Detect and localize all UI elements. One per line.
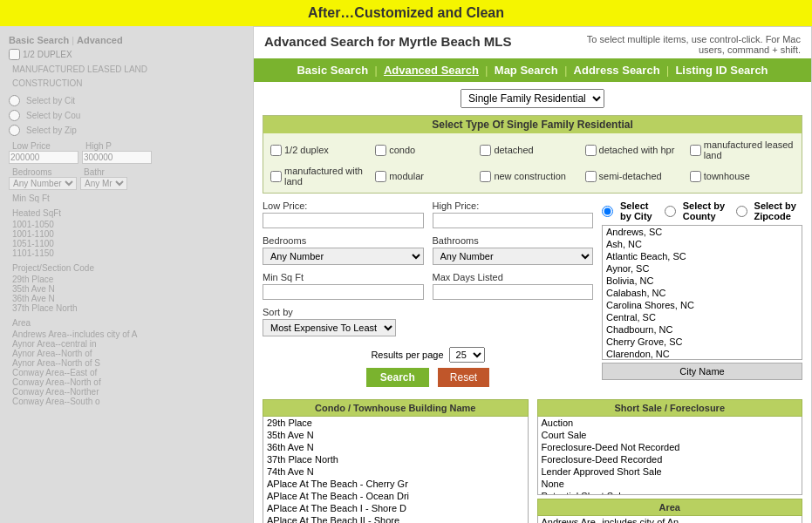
condo-list: 29th Place 35th Ave N 36th Ave N 37th Pl…	[263, 417, 529, 523]
city-name-button[interactable]: City Name	[602, 363, 802, 380]
short-sale-item[interactable]: Foreclosure-Deed Not Recorded	[538, 441, 802, 453]
lp-high-price[interactable]	[82, 151, 152, 164]
page-hint: To select multiple items, use control-cl…	[574, 34, 801, 55]
area-item[interactable]: Andrews Are--includes city of An	[538, 516, 802, 523]
lp-basic-search: Basic Search	[9, 35, 69, 45]
lp-radio-zip[interactable]	[9, 125, 20, 136]
max-days-field: Max Days Listed	[433, 272, 594, 300]
radio-city[interactable]	[602, 206, 613, 217]
page-title: Advanced Search for Myrtle Beach MLS	[264, 34, 511, 49]
action-buttons: Search Reset	[263, 368, 593, 387]
tab-address-search[interactable]: Address Search	[574, 64, 660, 77]
short-sale-item[interactable]: None	[538, 478, 802, 490]
sort-row: Sort by Most Expensive To Least	[263, 307, 593, 336]
banner: After…Customized and Clean	[0, 0, 812, 26]
short-sale-item[interactable]: Potential Short Sale	[538, 490, 802, 495]
results-select[interactable]: 25	[449, 347, 485, 363]
condo-list-header: Condo / Townhouse Building Name	[263, 399, 529, 417]
right-panel: Advanced Search for Myrtle Beach MLS To …	[253, 26, 812, 523]
location-radio-row: Select by City Select by County Select b…	[602, 200, 802, 221]
condo-item[interactable]: 74th Ave N	[263, 465, 528, 478]
lp-radio-city[interactable]	[9, 95, 20, 106]
cb-detached-hpr: detached with hpr	[585, 138, 690, 162]
low-price-input[interactable]	[263, 213, 424, 228]
sort-select[interactable]: Most Expensive To Least	[263, 319, 396, 336]
city-item[interactable]: Bolivia, NC	[603, 275, 802, 287]
condo-item[interactable]: APlace At The Beach II - Shore	[263, 514, 528, 523]
lp-cb-duplex[interactable]	[9, 49, 20, 60]
radio-zipcode[interactable]	[736, 206, 747, 217]
property-type-dropdown-row: Single Family Residential	[263, 89, 802, 108]
city-list: Andrews, SC Ash, NC Atlantic Beach, SC A…	[602, 225, 802, 360]
bedrooms-field: Bedrooms Any Number	[263, 235, 424, 265]
condo-item[interactable]: 36th Ave N	[263, 441, 528, 453]
city-item[interactable]: Aynor, SC	[603, 262, 802, 275]
short-sale-section: Short Sale / Foreclosure Auction Court S…	[537, 399, 803, 495]
cb-modular: modular	[375, 164, 480, 188]
tab-advanced-search[interactable]: Advanced Search	[384, 64, 479, 77]
city-item[interactable]: Calabash, NC	[603, 287, 802, 299]
bedrooms-select[interactable]: Any Number	[263, 248, 424, 265]
bathrooms-select[interactable]: Any Number	[433, 248, 594, 265]
lp-low-price[interactable]	[9, 151, 78, 164]
city-item[interactable]: Atlantic Beach, SC	[603, 250, 802, 262]
short-sale-header: Short Sale / Foreclosure	[537, 399, 803, 417]
condo-list-section: Condo / Townhouse Building Name 29th Pla…	[263, 399, 529, 523]
radio-county[interactable]	[665, 206, 676, 217]
search-form-area: Low Price: High Price: Bedrooms	[263, 200, 802, 394]
property-type-checkboxes: 1/2 duplex condo detached detached with …	[263, 133, 802, 193]
tab-map-search[interactable]: Map Search	[495, 64, 558, 77]
property-type-header: Select Type Of Single Family Residential	[263, 116, 802, 133]
condo-item[interactable]: 29th Place	[263, 417, 528, 429]
right-lists: Short Sale / Foreclosure Auction Court S…	[537, 399, 803, 523]
area-section: Area Andrews Are--includes city of An Ay…	[537, 499, 803, 523]
high-price-input[interactable]	[433, 213, 594, 228]
city-item[interactable]: Central, SC	[603, 311, 802, 323]
tab-listing-id[interactable]: Listing ID Search	[675, 64, 768, 77]
short-sale-item[interactable]: Foreclosure-Deed Recorded	[538, 453, 802, 465]
low-price-field: Low Price:	[263, 200, 424, 228]
reset-button[interactable]: Reset	[438, 368, 489, 387]
short-sale-list: Auction Court Sale Foreclosure-Deed Not …	[537, 417, 803, 495]
condo-item[interactable]: APlace At The Beach - Ocean Dri	[263, 490, 528, 502]
city-item[interactable]: Ash, NC	[603, 238, 802, 250]
tab-basic-search[interactable]: Basic Search	[297, 64, 368, 77]
property-type-section: Select Type Of Single Family Residential…	[263, 115, 802, 194]
lp-bedrooms[interactable]: Any Number	[9, 177, 77, 190]
left-panel: Basic Search | Advanced 1/2 DUPLEX MANUF…	[0, 26, 253, 523]
search-button[interactable]: Search	[366, 368, 429, 387]
min-sqft-input[interactable]	[263, 284, 424, 300]
city-item[interactable]: Chadbourn, NC	[603, 323, 802, 336]
area-list: Andrews Are--includes city of An Aynor A…	[537, 516, 803, 523]
cb-detached: detached	[480, 138, 584, 162]
form-fields-section: Low Price: High Price: Bedrooms	[263, 200, 593, 394]
max-days-input[interactable]	[433, 284, 594, 300]
lp-bathrooms[interactable]: Any Mr	[80, 177, 127, 190]
condo-item[interactable]: APlace At The Beach I - Shore D	[263, 502, 528, 514]
condo-item[interactable]: 35th Ave N	[263, 429, 528, 441]
short-sale-item[interactable]: Court Sale	[538, 429, 802, 441]
results-row: Results per page 25	[263, 347, 593, 363]
city-item[interactable]: Carolina Shores, NC	[603, 299, 802, 311]
condo-item[interactable]: 37th Place North	[263, 453, 528, 465]
city-county-section: Select by City Select by County Select b…	[602, 200, 802, 394]
content-area: Single Family Residential Select Type Of…	[254, 82, 811, 523]
short-sale-item[interactable]: Lender Approved Short Sale	[538, 465, 802, 478]
page-header: Advanced Search for Myrtle Beach MLS To …	[254, 27, 811, 58]
cb-townhouse: townhouse	[690, 164, 795, 188]
cb-half-duplex: 1/2 duplex	[270, 138, 375, 162]
bottom-lists: Condo / Townhouse Building Name 29th Pla…	[263, 399, 802, 523]
banner-text: After…Customized and Clean	[308, 5, 504, 20]
lp-radio-county[interactable]	[9, 110, 20, 121]
property-type-select[interactable]: Single Family Residential	[461, 89, 604, 108]
condo-item[interactable]: APlace At The Beach - Cherry Gr	[263, 478, 528, 490]
min-sqft-field: Min Sq Ft	[263, 272, 424, 300]
cb-mfg-land: manufactured with land	[270, 164, 375, 188]
cb-semi-detached: semi-detached	[585, 164, 690, 188]
city-item[interactable]: Clarendon, NC	[603, 348, 802, 360]
nav-bar: Basic Search | Advanced Search | Map Sea…	[254, 58, 811, 82]
city-item[interactable]: Cherry Grove, SC	[603, 336, 802, 348]
city-item[interactable]: Andrews, SC	[603, 226, 802, 238]
cb-mfg-leased: manufactured leased land	[690, 138, 795, 162]
short-sale-item[interactable]: Auction	[538, 417, 802, 429]
